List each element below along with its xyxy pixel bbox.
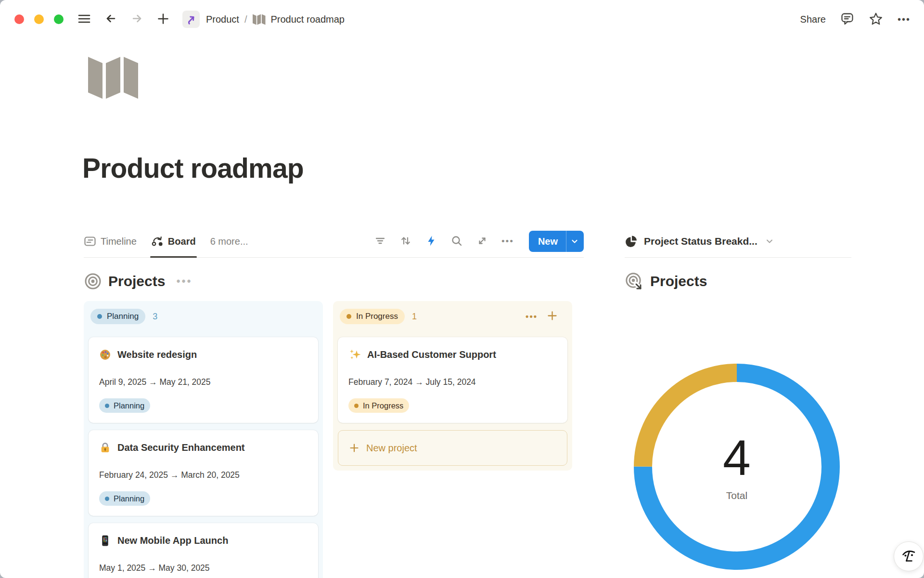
planning-count: 3 [153,312,157,322]
sort-icon [399,235,412,249]
chevron-down-icon[interactable] [566,231,584,252]
card-status-pill: Planning [99,398,150,413]
tab-board-label: Board [168,236,196,247]
status-dot [354,404,359,408]
chart-section-head: Projects [625,270,851,292]
expand-arrows-icon [476,235,488,249]
board-section-more-button[interactable]: ••• [176,275,192,288]
more-options-button[interactable]: ••• [898,14,911,25]
new-project-label: New project [366,443,417,454]
chart-view-block: Project Status Breakd... Projects 4 Tota… [625,225,851,578]
view-tabs-row: Timeline Board 6 more... [84,225,584,258]
column-in-progress-header: In Progress 1 ••• [340,308,565,325]
donut-chart-wrap: 4 Total [634,364,840,570]
plus-icon [156,12,170,27]
card-status-pill: In Progress [348,398,409,413]
comment-bubble-icon [840,12,854,27]
lock-icon [99,442,111,454]
sort-button[interactable] [399,235,412,249]
card-status-label: Planning [114,401,144,410]
planning-pill-label: Planning [107,312,139,321]
in-progress-status-pill[interactable]: In Progress [340,309,405,324]
tab-more-views[interactable]: 6 more... [210,225,248,257]
donut-chart[interactable] [634,364,840,570]
hamburger-icon [77,13,91,26]
card-date-range: April 9, 2025 → May 21, 2025 [99,377,308,387]
in-progress-pill-label: In Progress [356,312,398,321]
column-options-button[interactable]: ••• [526,312,538,322]
ai-face-icon [900,548,917,565]
bullseye-icon [84,272,102,290]
breadcrumb-page[interactable]: Product roadmap [271,14,345,25]
new-button[interactable]: New [529,231,584,252]
tab-more-label: 6 more... [210,236,248,247]
minimize-window-button[interactable] [34,14,44,24]
card-date-range: May 1, 2025 → May 30, 2025 [99,563,308,573]
forward-arrow-icon [130,12,143,26]
column-in-progress: In Progress 1 ••• [333,301,572,471]
search-button[interactable] [450,235,463,249]
breadcrumb-separator: / [244,14,247,25]
workspace-icon[interactable] [182,11,200,28]
card-status-label: In Progress [363,401,403,410]
card-website-redesign[interactable]: Website redesign April 9, 2025 → May 21,… [89,337,318,423]
sidebar-toggle-button[interactable] [77,13,91,26]
mobile-phone-icon [99,535,111,547]
view-options-button[interactable]: ••• [501,236,514,247]
breadcrumb-workspace[interactable]: Product [206,14,239,25]
back-button[interactable] [104,12,117,26]
forward-button[interactable] [130,12,143,26]
close-window-button[interactable] [14,14,24,24]
status-dot [105,497,109,501]
automations-button[interactable] [425,235,437,249]
board-section-head: Projects ••• [84,270,584,292]
card-status-pill: Planning [99,491,150,506]
view-toolbar: ••• New [374,231,584,252]
traffic-lights [14,14,64,24]
lightning-icon [425,235,437,249]
card-status-label: Planning [114,494,144,503]
breadcrumb: Product / Product roadmap [206,14,345,25]
board-view-icon [151,235,164,248]
card-new-mobile-app-launch[interactable]: New Mobile App Launch May 1, 2025 → May … [89,523,318,578]
star-icon [869,12,883,27]
purple-dart-icon [186,14,196,25]
notion-ai-button[interactable] [894,541,924,571]
share-button[interactable]: Share [800,14,826,25]
map-icon [253,14,266,25]
tab-board[interactable]: Board [151,225,196,257]
sparkles-icon [348,348,361,361]
card-date-range: February 7, 2024 → July 15, 2024 [348,377,557,387]
page-icon-map[interactable] [88,57,139,101]
in-progress-count: 1 [412,312,417,322]
new-button-label: New [529,231,566,252]
column-add-card-button[interactable] [547,310,558,323]
column-planning-header: Planning 3 [90,308,316,325]
pie-chart-icon [625,235,638,248]
card-date-range: February 24, 2025 → March 20, 2025 [99,470,308,480]
chevron-down-icon[interactable] [765,237,774,246]
filter-button[interactable] [374,235,386,249]
tab-timeline[interactable]: Timeline [84,225,137,257]
tab-timeline-label: Timeline [101,236,137,247]
chart-section-title[interactable]: Projects [650,273,707,289]
chart-view-header[interactable]: Project Status Breakd... [625,225,851,258]
new-project-button[interactable]: New project [338,430,567,466]
plus-icon [547,310,558,323]
expand-button[interactable] [476,235,488,249]
back-arrow-icon [104,12,117,26]
new-page-button[interactable] [156,12,170,27]
favorite-button[interactable] [869,12,883,27]
linked-bullseye-icon [625,272,644,291]
chart-view-title: Project Status Breakd... [644,236,757,247]
card-ai-based-customer-support[interactable]: AI-Based Customer Support February 7, 20… [338,337,567,423]
card-data-security-enhancement[interactable]: Data Security Enhancement February 24, 2… [89,430,318,516]
column-planning: Planning 3 Website redesign April 9, 202… [84,301,323,578]
board-view-block: Timeline Board 6 more... [84,225,584,578]
comments-button[interactable] [840,12,854,27]
zoom-window-button[interactable] [54,14,64,24]
search-icon [450,235,463,249]
board-section-title[interactable]: Projects [108,273,165,289]
palette-icon [99,349,111,361]
planning-status-pill[interactable]: Planning [90,309,145,324]
